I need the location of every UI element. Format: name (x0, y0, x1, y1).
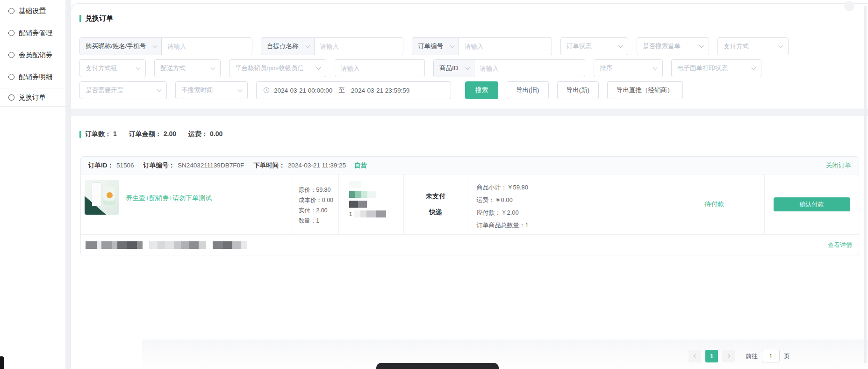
confirm-payment-button[interactable]: 确认付款 (774, 197, 850, 211)
radio-circle-icon (8, 74, 14, 80)
redacted-row-mixed: 1 (349, 210, 403, 217)
order-sn-type-select[interactable]: 订单编号 (412, 38, 459, 55)
prev-page-button[interactable] (689, 350, 701, 362)
buyer-info-column-redacted: 1 (338, 174, 403, 234)
product-image[interactable] (85, 180, 119, 215)
scrollbar[interactable] (864, 6, 867, 363)
summary-accent-bar (79, 131, 81, 138)
export-direct-button[interactable]: 导出直推（经销商） (607, 81, 683, 99)
sort-select[interactable]: 排序 (594, 59, 663, 77)
view-detail-link[interactable]: 查看详情 (828, 241, 852, 249)
delivery-method-select[interactable]: 配送方式 (154, 59, 221, 77)
sidebar-item-coupon-management[interactable]: 配销券管理 (0, 22, 65, 44)
product-id-type-select[interactable]: 商品ID (434, 60, 474, 77)
product-name-link[interactable]: 养生壶+配销券+请勿下单测试 (126, 194, 212, 234)
waybill-print-status-select[interactable]: 电子面单打印状态 (671, 59, 761, 77)
sidebar-item-coupon-detail[interactable]: 配销券明细 (0, 66, 65, 88)
goto-label: 前往 (746, 352, 758, 361)
redacted-blocks (354, 210, 386, 217)
time-search-mode-placeholder: 不搜索时间 (181, 86, 213, 94)
totals-line: 商品小计：￥59.80 (477, 181, 664, 194)
redacted-prefix-digit: 1 (349, 211, 352, 217)
summary-value: 0.00 (210, 130, 222, 138)
delivery-method-placeholder: 配送方式 (160, 64, 186, 72)
product-id-filter-field: 商品ID (433, 59, 585, 77)
action-column: 确认付款 (764, 174, 859, 234)
export-new-button[interactable]: 导出(新) (557, 81, 599, 99)
redacted-address-strip (86, 241, 247, 249)
next-page-button[interactable] (722, 350, 735, 362)
price-line: 实付：2.00 (299, 205, 338, 216)
chevron-down-icon (157, 87, 162, 92)
radio-circle-icon (8, 94, 14, 101)
first-order-placeholder: 是否搜索首单 (643, 42, 681, 51)
chevron-left-icon (693, 354, 698, 359)
payment-group-placeholder: 支付方式组 (86, 64, 117, 72)
chevron-down-icon (316, 65, 321, 70)
verifier-input[interactable] (335, 60, 424, 77)
price-column: 原价：59.80 成本价：0.00 实付：2.00 数量：1 (293, 174, 338, 234)
price-line: 成本价：0.00 (299, 195, 338, 205)
redacted-blocks (86, 241, 143, 249)
bottom-left-strip (0, 356, 4, 369)
date-range-start: 2024-03-21 00:00:00 (274, 87, 332, 94)
sidebar: 基础设置 配销券管理 会员配销券 配销券明细 兑换订单 (0, 0, 65, 369)
payment-group-select[interactable]: 支付方式组 (79, 59, 146, 77)
order-id-label: 订单ID： (88, 161, 114, 170)
time-search-mode-select[interactable]: 不搜索时间 (175, 81, 248, 99)
chevron-down-icon (305, 43, 310, 48)
current-page-button[interactable]: 1 (705, 350, 718, 362)
order-card: 订单ID： 51506 订单编号： SN2403211139DB7F0F 下单时… (80, 156, 859, 255)
pickup-point-input[interactable] (315, 38, 403, 55)
chevron-down-icon (465, 65, 470, 70)
sidebar-item-basic-settings[interactable]: 基础设置 (0, 0, 65, 22)
buyer-filter-type-select[interactable]: 购买昵称/姓名/手机号 (80, 38, 162, 55)
date-range-picker[interactable]: 2024-03-21 00:00:00 至 2024-03-21 23:59:5… (256, 81, 451, 99)
export-old-button[interactable]: 导出(旧) (507, 81, 549, 99)
payment-status: 未支付 (426, 192, 445, 201)
label-card-shape (92, 183, 101, 206)
payment-method-select[interactable]: 支付方式 (717, 37, 789, 55)
page-title: 兑换订单 (79, 13, 868, 23)
order-sn-input[interactable] (459, 38, 552, 55)
filter-row-1: 购买昵称/姓名/手机号 自提点名称 订单 (79, 37, 868, 55)
radio-circle-icon (8, 8, 14, 14)
summary-label: 订单数： (85, 130, 111, 138)
order-status-select[interactable]: 订单状态 (560, 37, 628, 55)
pickup-point-filter-field: 自提点名称 (261, 37, 403, 55)
summary-order-amount: 订单金额： 2.00 (129, 130, 176, 138)
pickup-point-type-label: 自提点名称 (267, 42, 299, 51)
verifier-input-field (335, 59, 425, 77)
totals-column: 商品小计：￥59.80 运费：￥0.00 应付款：￥2.00 订单商品总数量：1 (468, 174, 664, 234)
status-column: 未支付 快递 (403, 174, 468, 234)
chevron-down-icon (653, 65, 658, 70)
pickup-point-type-select[interactable]: 自提点名称 (261, 38, 315, 55)
chevron-down-icon (153, 43, 158, 48)
page: 基础设置 配销券管理 会员配销券 配销券明细 兑换订单 兑换订单 (0, 0, 868, 369)
close-order-link[interactable]: 关闭订单 (826, 161, 851, 170)
clock-icon (263, 87, 270, 94)
page-unit-label: 页 (784, 352, 790, 361)
main-panel: 兑换订单 购买昵称/姓名/手机号 自提点名称 (71, 4, 868, 369)
totals-line: 应付款：￥2.00 (477, 206, 664, 219)
buyer-filter-input[interactable] (162, 38, 252, 55)
floating-button-partial[interactable] (844, 1, 854, 11)
first-order-select[interactable]: 是否搜索首单 (637, 37, 709, 55)
totals-line: 订单商品总数量：1 (477, 219, 664, 232)
filter-row-3: 是否需要开票 不搜索时间 2024-03-21 00:00:00 至 (79, 81, 868, 99)
order-time-value: 2024-03-21 11:39:25 (288, 162, 346, 169)
summary-value: 1 (113, 130, 117, 138)
filter-row-2: 支付方式组 配送方式 平台核销员/pos收银员信 (79, 59, 868, 77)
chevron-down-icon (752, 65, 756, 70)
order-id-value: 51506 (116, 162, 134, 169)
self-operated-badge: 自营 (354, 161, 367, 170)
verifier-placeholder: 平台核销员/pos收银员信 (235, 64, 304, 72)
juice-shape (107, 192, 113, 198)
page-number-input[interactable] (762, 350, 780, 362)
search-button[interactable]: 搜索 (465, 81, 498, 99)
product-id-input[interactable] (474, 60, 585, 77)
verifier-select[interactable]: 平台核销员/pos收银员信 (229, 59, 326, 77)
sidebar-item-exchange-orders[interactable]: 兑换订单 (0, 88, 65, 107)
invoice-needed-select[interactable]: 是否需要开票 (79, 81, 167, 99)
sidebar-item-member-coupon[interactable]: 会员配销券 (0, 44, 65, 66)
